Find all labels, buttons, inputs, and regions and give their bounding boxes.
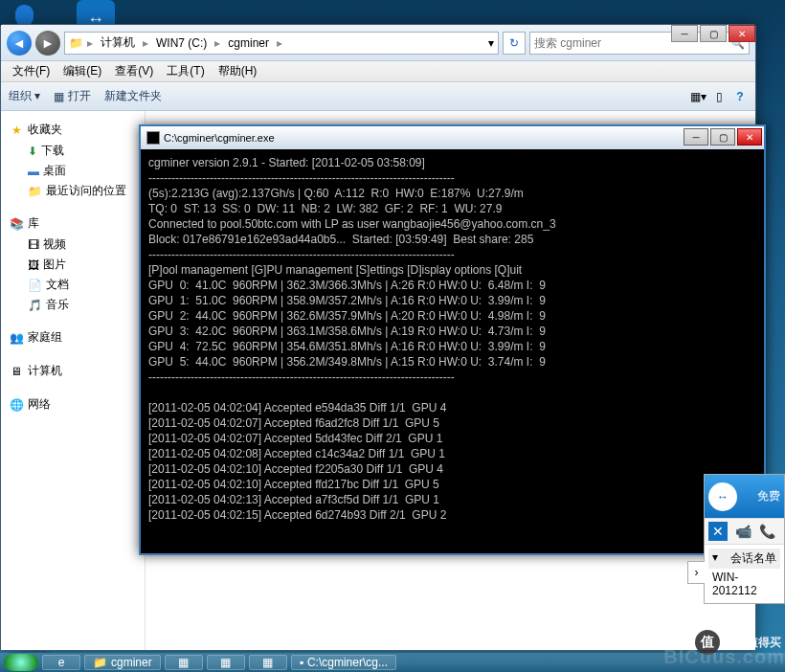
chevron-right-icon: ▸ [87, 36, 93, 50]
watermark-text: 什么值得买 [724, 635, 781, 651]
folder-icon: 📁 [69, 36, 83, 50]
video-icon: 🎞 [28, 238, 39, 252]
taskbar-ie[interactable]: e [42, 655, 80, 670]
cmd-line: TQ: 0 ST: 13 SS: 0 DW: 11 NB: 2 LW: 382 … [148, 201, 756, 216]
start-button[interactable] [4, 654, 38, 671]
homegroup-icon: 👥 [9, 330, 24, 346]
back-button[interactable]: ◄ [7, 31, 32, 56]
explorer-sidebar: ★收藏夹 ⬇下载 ▬桌面 📁最近访问的位置 📚库 🎞视频 🖼图片 📄文档 🎵音乐… [1, 111, 145, 650]
sidebar-computer[interactable]: 🖥计算机 [5, 360, 141, 382]
menu-tools[interactable]: 工具(T) [161, 61, 210, 81]
explorer-menu: 文件(F) 编辑(E) 查看(V) 工具(T) 帮助(H) [1, 61, 755, 82]
taskbar-app3[interactable]: ▦ [249, 655, 287, 670]
cmd-line: GPU 5: 44.0C 960RPM | 356.2M/349.8Mh/s |… [148, 354, 756, 370]
breadcrumb-folder[interactable]: cgminer [224, 34, 273, 52]
cmd-line: [2011-02-05 04:02:13] Accepted a7f3cf5d … [148, 492, 756, 507]
explorer-navbar: ◄ ► 📁 ▸ 计算机 ▸ WIN7 (C:) ▸ cgminer ▸ ▾ ↻ … [1, 25, 755, 61]
network-icon: 🌐 [9, 397, 24, 413]
teamviewer-panel: › ↔ 免费 ✕ 📹 📞 ▾会话名单 WIN-2012112 [704, 474, 785, 604]
tv-list-header[interactable]: ▾会话名单 [708, 549, 780, 569]
menu-edit[interactable]: 编辑(E) [57, 61, 107, 81]
tv-header: ↔ 免费 [705, 475, 784, 518]
tv-session-entry[interactable]: WIN-2012112 [708, 569, 780, 599]
minimize-button[interactable]: ─ [671, 25, 698, 42]
taskbar-cgminer-folder[interactable]: 📁cgminer [84, 655, 161, 670]
tv-free-label: 免费 [757, 488, 780, 504]
cmd-output[interactable]: cgminer version 2.9.1 - Started: [2011-0… [141, 149, 764, 528]
sidebar-item-videos[interactable]: 🎞视频 [5, 235, 141, 255]
cmd-line: cgminer version 2.9.1 - Started: [2011-0… [148, 155, 756, 170]
sidebar-item-music[interactable]: 🎵音乐 [5, 295, 141, 315]
cmd-line: GPU 1: 51.0C 960RPM | 358.9M/357.2Mh/s |… [148, 293, 756, 308]
watermark-icon: 值 [695, 630, 720, 655]
cmd-window: C:\cgminer\cgminer.exe ─ ▢ ✕ cgminer ver… [139, 124, 766, 555]
taskbar-cmd[interactable]: ▪C:\cgminer\cg... [291, 655, 396, 670]
cmd-line: ----------------------------------------… [148, 370, 756, 385]
cmd-line: Connected to pool.50btc.com with LP as u… [148, 216, 756, 232]
cmd-close-button[interactable]: ✕ [737, 128, 762, 146]
tv-expand-button[interactable]: › [687, 561, 705, 584]
tv-close-button[interactable]: ✕ [708, 522, 728, 541]
cmd-line: [2011-02-05 04:02:08] Accepted c14c34a2 … [148, 446, 756, 461]
sidebar-network[interactable]: 🌐网络 [5, 393, 141, 415]
cmd-maximize-button[interactable]: ▢ [710, 128, 735, 146]
close-button[interactable]: ✕ [729, 25, 755, 42]
sidebar-item-documents[interactable]: 📄文档 [5, 275, 141, 295]
cmd-line: GPU 0: 41.0C 960RPM | 362.3M/366.3Mh/s |… [148, 278, 756, 293]
computer-icon: 🖥 [9, 364, 24, 379]
sidebar-homegroup[interactable]: 👥家庭组 [5, 326, 141, 348]
organize-button[interactable]: 组织 ▾ [9, 88, 40, 104]
new-folder-button[interactable]: 新建文件夹 [104, 88, 162, 104]
chevron-right-icon: ▸ [277, 36, 282, 50]
download-icon: ⬇ [28, 145, 37, 158]
menu-view[interactable]: 查看(V) [109, 61, 159, 81]
folder-icon: 📁 [93, 656, 107, 669]
menu-file[interactable]: 文件(F) [7, 61, 56, 81]
cmd-minimize-button[interactable]: ─ [684, 128, 708, 146]
chevron-right-icon: ▸ [143, 36, 148, 50]
recent-icon: 📁 [28, 185, 42, 198]
desktop-icon: ▬ [28, 165, 39, 178]
explorer-titlebar-buttons: ─ ▢ ✕ [669, 25, 755, 42]
library-icon: 📚 [9, 216, 24, 232]
cmd-icon [146, 131, 160, 145]
ie-icon: e [58, 656, 65, 669]
watermark-smzdm: 值 什么值得买 [695, 630, 781, 655]
menu-help[interactable]: 帮助(H) [213, 61, 263, 81]
cmd-line: [2011-02-05 04:02:04] Accepted e594da35 … [148, 400, 756, 415]
taskbar-app2[interactable]: ▦ [207, 655, 245, 670]
preview-pane-icon[interactable]: ▯ [709, 87, 729, 106]
forward-button[interactable]: ► [35, 31, 60, 56]
tv-camera-icon[interactable]: 📹 [735, 524, 751, 539]
app-icon: ▦ [178, 656, 189, 669]
cmd-line: [2011-02-05 04:02:15] Accepted 6d274b93 … [148, 507, 756, 523]
taskbar-app1[interactable]: ▦ [165, 655, 203, 670]
address-bar[interactable]: 📁 ▸ 计算机 ▸ WIN7 (C:) ▸ cgminer ▸ ▾ [64, 32, 499, 55]
explorer-toolbar: 组织 ▾ ▦打开 新建文件夹 ▦▾ ▯ ? [1, 82, 755, 111]
cmd-line: GPU 3: 42.0C 960RPM | 363.1M/358.6Mh/s |… [148, 324, 756, 339]
dropdown-icon[interactable]: ▾ [488, 36, 494, 50]
open-button[interactable]: ▦打开 [54, 88, 91, 104]
maximize-button[interactable]: ▢ [700, 25, 727, 42]
app-icon: ▦ [220, 656, 231, 669]
cmd-line: GPU 4: 72.5C 960RPM | 354.6M/351.8Mh/s |… [148, 339, 756, 354]
sidebar-item-recent[interactable]: 📁最近访问的位置 [5, 181, 141, 201]
sidebar-libraries[interactable]: 📚库 [5, 213, 141, 235]
cmd-line: (5s):2.213G (avg):2.137Gh/s | Q:60 A:112… [148, 186, 756, 201]
breadcrumb-drive[interactable]: WIN7 (C:) [152, 34, 211, 52]
sidebar-favorites[interactable]: ★收藏夹 [5, 119, 141, 141]
cmd-line: [2011-02-05 04:02:10] Accepted f2205a30 … [148, 461, 756, 477]
refresh-button[interactable]: ↻ [503, 32, 526, 55]
taskbar: e 📁cgminer ▦ ▦ ▦ ▪C:\cgminer\cg... [0, 653, 785, 672]
view-options-icon[interactable]: ▦▾ [688, 87, 707, 106]
tv-phone-icon[interactable]: 📞 [759, 524, 775, 539]
sidebar-item-desktop[interactable]: ▬桌面 [5, 161, 141, 181]
sidebar-item-pictures[interactable]: 🖼图片 [5, 255, 141, 275]
breadcrumb-computer[interactable]: 计算机 [97, 33, 139, 53]
star-icon: ★ [9, 123, 24, 138]
sidebar-item-downloads[interactable]: ⬇下载 [5, 141, 141, 161]
help-icon[interactable]: ? [730, 87, 750, 106]
cmd-line: [P]ool management [G]PU management [S]et… [148, 262, 756, 278]
chevron-right-icon: ▸ [214, 36, 220, 50]
cmd-titlebar[interactable]: C:\cgminer\cgminer.exe ─ ▢ ✕ [141, 126, 764, 149]
